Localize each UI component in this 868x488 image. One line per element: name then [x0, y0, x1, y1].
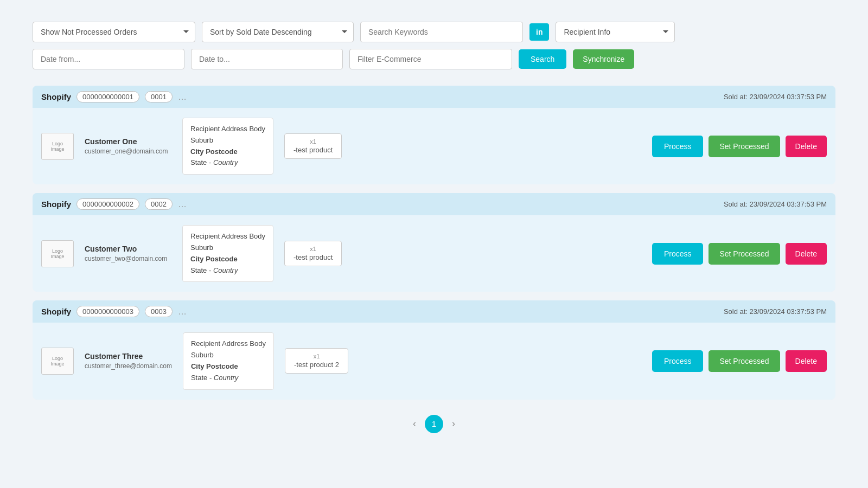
address-suburb: Suburb	[190, 242, 265, 254]
date-from-input[interactable]	[33, 49, 184, 69]
address-state-country: State - Country	[190, 265, 265, 277]
address-city-postcode: City Postcode	[190, 146, 265, 158]
address-box: Recipient Address Body Suburb City Postc…	[182, 225, 273, 282]
logo-line1: Logo	[52, 248, 63, 254]
product-tag: x1 -test product 2	[285, 348, 348, 374]
toolbar-row2: Search Synchronize	[33, 49, 835, 69]
customer-name: Customer Three	[85, 352, 172, 361]
address-line1: Recipient Address Body	[190, 124, 265, 135]
order-short-id-badge: 0002	[145, 198, 173, 210]
address-box: Recipient Address Body Suburb City Postc…	[183, 332, 274, 389]
order-sold-at: Sold at: 23/09/2024 03:37:53 PM	[724, 307, 827, 316]
pagination-prev[interactable]: ‹	[409, 416, 420, 432]
search-input[interactable]	[360, 22, 523, 42]
toolbar-row1: Show Not Processed OrdersShow All Orders…	[33, 22, 835, 42]
order-header: Shopify 0000000000001 0001 … Sold at: 23…	[33, 86, 835, 108]
order-id-badge: 0000000000003	[76, 306, 139, 317]
filter-ecom-input[interactable]	[349, 49, 512, 69]
process-button[interactable]: Process	[652, 136, 704, 157]
delete-button[interactable]: Delete	[786, 136, 827, 157]
set-processed-button[interactable]: Set Processed	[709, 350, 780, 372]
order-header-left: Shopify 0000000000003 0003 …	[41, 306, 187, 317]
customer-info: Customer One customer_one@domain.com	[85, 137, 171, 155]
address-state-country: State - Country	[190, 157, 265, 169]
logo-line2: Image	[50, 254, 64, 259]
order-header: Shopify 0000000000003 0003 … Sold at: 23…	[33, 300, 835, 323]
address-city-postcode: City Postcode	[190, 254, 265, 265]
address-box: Recipient Address Body Suburb City Postc…	[182, 118, 273, 175]
order-more[interactable]: …	[178, 92, 187, 102]
customer-email: customer_one@domain.com	[85, 147, 171, 155]
product-qty: x1	[293, 246, 333, 252]
sync-button[interactable]: Synchronize	[573, 49, 634, 69]
product-qty: x1	[294, 353, 339, 359]
product-name: -test product 2	[294, 361, 339, 369]
order-short-id-badge: 0003	[145, 306, 173, 317]
pagination-next[interactable]: ›	[448, 416, 459, 432]
customer-email: customer_three@domain.com	[85, 362, 172, 370]
order-platform: Shopify	[41, 307, 71, 316]
process-button[interactable]: Process	[652, 243, 704, 265]
sort-select[interactable]: Sort by Sold Date DescendingSort by Sold…	[202, 22, 354, 42]
delete-button[interactable]: Delete	[786, 350, 827, 372]
order-header: Shopify 0000000000002 0002 … Sold at: 23…	[33, 193, 835, 215]
product-qty: x1	[293, 138, 333, 145]
process-button[interactable]: Process	[652, 350, 704, 372]
address-state-country: State - Country	[191, 373, 266, 384]
order-body: Logo Image Customer Three customer_three…	[33, 323, 835, 399]
product-tag: x1 -test product	[284, 241, 342, 266]
customer-name: Customer One	[85, 137, 171, 146]
orders-list: Shopify 0000000000001 0001 … Sold at: 23…	[33, 86, 835, 400]
filter-select[interactable]: Show Not Processed OrdersShow All Orders…	[33, 22, 195, 42]
order-card: Shopify 0000000000003 0003 … Sold at: 23…	[33, 300, 835, 399]
order-more[interactable]: …	[178, 307, 187, 317]
date-to-input[interactable]	[191, 49, 343, 69]
logo-line1: Logo	[52, 141, 63, 146]
set-processed-button[interactable]: Set Processed	[709, 136, 780, 157]
recipient-select[interactable]: Recipient InfoCustomer Info	[556, 22, 675, 42]
product-tag: x1 -test product	[284, 133, 342, 159]
logo-placeholder: Logo Image	[41, 348, 74, 375]
order-card: Shopify 0000000000001 0001 … Sold at: 23…	[33, 86, 835, 184]
customer-info: Customer Two customer_two@domain.com	[85, 245, 171, 262]
address-line1: Recipient Address Body	[191, 338, 266, 350]
pagination: ‹ 1 ›	[33, 415, 835, 433]
logo-line2: Image	[50, 361, 64, 367]
order-body: Logo Image Customer One customer_one@dom…	[33, 108, 835, 184]
customer-email: customer_two@domain.com	[85, 255, 171, 262]
order-short-id-badge: 0001	[145, 91, 173, 102]
address-line1: Recipient Address Body	[190, 231, 265, 242]
set-processed-button[interactable]: Set Processed	[709, 243, 780, 265]
in-badge[interactable]: in	[529, 23, 549, 41]
logo-line2: Image	[50, 146, 64, 152]
order-id-badge: 0000000000001	[76, 91, 139, 102]
search-button[interactable]: Search	[519, 49, 566, 69]
order-sold-at: Sold at: 23/09/2024 03:37:53 PM	[724, 200, 827, 208]
order-more[interactable]: …	[178, 200, 187, 209]
order-actions: Process Set Processed Delete	[652, 243, 827, 265]
order-sold-at: Sold at: 23/09/2024 03:37:53 PM	[724, 93, 827, 101]
logo-placeholder: Logo Image	[41, 133, 74, 160]
order-header-left: Shopify 0000000000001 0001 …	[41, 91, 187, 102]
order-actions: Process Set Processed Delete	[652, 350, 827, 372]
address-city-postcode: City Postcode	[191, 361, 266, 373]
order-header-left: Shopify 0000000000002 0002 …	[41, 198, 187, 210]
logo-line1: Logo	[52, 356, 63, 361]
order-platform: Shopify	[41, 200, 71, 209]
address-suburb: Suburb	[191, 350, 266, 361]
customer-name: Customer Two	[85, 245, 171, 253]
product-name: -test product	[293, 146, 333, 154]
order-body: Logo Image Customer Two customer_two@dom…	[33, 215, 835, 292]
pagination-page-1[interactable]: 1	[425, 415, 443, 433]
order-id-badge: 0000000000002	[76, 198, 139, 210]
order-card: Shopify 0000000000002 0002 … Sold at: 23…	[33, 193, 835, 292]
customer-info: Customer Three customer_three@domain.com	[85, 352, 172, 370]
delete-button[interactable]: Delete	[786, 243, 827, 265]
product-name: -test product	[293, 253, 333, 261]
order-actions: Process Set Processed Delete	[652, 136, 827, 157]
logo-placeholder: Logo Image	[41, 240, 74, 267]
address-suburb: Suburb	[190, 135, 265, 146]
order-platform: Shopify	[41, 92, 71, 101]
